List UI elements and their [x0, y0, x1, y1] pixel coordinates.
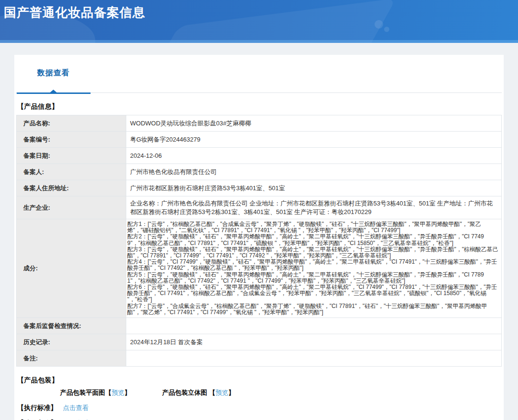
- row-value: 粤G妆网备字2024463279: [126, 132, 502, 148]
- row-label: 备案日期:: [17, 148, 126, 164]
- tab-active-underline: [17, 92, 91, 94]
- formula-line: 配方2：["云母"，"硬脂酸镁"，"硅石"，"聚甲基丙烯酸甲酯"，"高岭土"，"…: [127, 234, 499, 246]
- table-row-filing-date: 备案日期: 2024-12-06: [17, 148, 502, 164]
- row-value: 广州市艳色化妆品有限责任公司: [126, 164, 502, 180]
- table-row-filer-address: 备案人住所地址: 广州市花都区新雅街石塘村庄贤路53号3栋401室、501室: [17, 180, 502, 196]
- table-row-ingredients: 成分: 配方1：["云母"，"棕榈酸乙基己酯"，"合成氟金云母"，"聚异丁烯"，…: [17, 219, 502, 318]
- packaging-section-title: 【产品包装】: [17, 376, 502, 385]
- table-row-filer: 备案人: 广州市艳色化妆品有限责任公司: [17, 164, 502, 180]
- row-value: WODWOD灵动玩妆综合眼影盘03#芝麻椰椰: [126, 115, 502, 132]
- bracket-open: 【: [209, 389, 216, 396]
- row-label: 备案人:: [17, 164, 126, 180]
- formula-line: 配方4：["云母"，"CI 77499"，"硬脂酸镁"，"硅石"，"聚甲基丙烯酸…: [127, 259, 499, 271]
- product-info-section-title: 【产品信息】: [17, 102, 502, 111]
- table-row-history: 历史记录: 2024年12月18日 首次备案: [17, 334, 502, 350]
- row-label: 备案后监督检查情况:: [17, 318, 126, 334]
- page-header: 国产普通化妆品备案信息: [0, 0, 518, 43]
- table-row-producer: 生产企业: 企业名称：广州市艳色化妆品有限责任公司 企业地址：广州市花都区新雅街…: [17, 196, 502, 219]
- header-decoration-dot-icon: [375, 20, 383, 29]
- formula-line: 配方7：["云母"，"合成氟金云母"，"棕榈酸乙基己酯"，"聚异丁烯"，"硬脂酸…: [127, 303, 499, 316]
- table-row-filing-number: 备案编号: 粤G妆网备字2024463279: [17, 132, 502, 148]
- row-value: 广州市花都区新雅街石塘村庄贤路53号3栋401室、501室: [126, 180, 502, 196]
- header-decoration-dot-icon: [384, 27, 389, 32]
- standard-section: 【执行标准】点击查看: [17, 404, 502, 412]
- standard-section-title: 【执行标准】: [17, 404, 57, 411]
- product-info-table: 产品名称: WODWOD灵动玩妆综合眼影盘03#芝麻椰椰 备案编号: 粤G妆网备…: [16, 115, 502, 367]
- formula-line: 配方3：["云母"，"硬脂酸镁"，"硅石"，"聚甲基丙烯酸甲酯"，"高岭土"，"…: [127, 246, 499, 259]
- packaging-flat-label: 产品包装平面图: [60, 389, 105, 396]
- packaging-solid-item: 产品包装立体图 【预览】: [162, 389, 234, 397]
- formula-line: 配方1：["云母"，"棕榈酸乙基己酯"，"合成氟金云母"，"聚异丁烯"，"硬脂酸…: [127, 221, 499, 234]
- tab-data-view[interactable]: 数据查看: [16, 66, 91, 93]
- row-label: 备注:: [17, 350, 126, 367]
- packaging-links-row: 产品包装平面图【预览】 产品包装立体图 【预览】: [16, 389, 502, 397]
- row-label: 备案人住所地址:: [17, 180, 126, 196]
- packaging-flat-item: 产品包装平面图【预览】: [60, 389, 131, 397]
- content-card: 数据查看 【产品信息】 产品名称: WODWOD灵动玩妆综合眼影盘03#芝麻椰椰…: [14, 55, 504, 420]
- tab-data-view-label: 数据查看: [37, 68, 70, 78]
- packaging-solid-preview-link[interactable]: 预览: [215, 389, 228, 396]
- row-value: 企业名称：广州市艳色化妆品有限责任公司 企业地址：广州市花都区新雅街石塘村庄贤路…: [126, 196, 502, 219]
- formula-line: 配方5：["云母"，"硬脂酸镁"，"硅石"，"聚甲基丙烯酸甲酯"，"高岭土"，"…: [127, 272, 499, 284]
- tab-bar: 数据查看: [16, 66, 502, 93]
- packaging-solid-label: 产品包装立体图: [162, 389, 207, 396]
- row-value: 2024-12-06: [126, 148, 502, 164]
- packaging-flat-preview-link[interactable]: 预览: [112, 389, 124, 396]
- standard-view-link[interactable]: 点击查看: [63, 404, 89, 411]
- formula-line: 配方6：["云母"，"硬脂酸镁"，"硅石"，"聚甲基丙烯酸甲酯"，"高岭土"，"…: [127, 284, 499, 303]
- table-row-supervision: 备案后监督检查情况:: [17, 318, 502, 334]
- row-label: 成分:: [17, 219, 126, 318]
- bracket-open: 【: [105, 389, 112, 396]
- page-title: 国产普通化妆品备案信息: [0, 0, 518, 21]
- bracket-close: 】: [124, 389, 131, 396]
- row-label: 备案编号:: [17, 132, 126, 148]
- table-row-product-name: 产品名称: WODWOD灵动玩妆综合眼影盘03#芝麻椰椰: [17, 115, 502, 132]
- bracket-close: 】: [228, 389, 235, 396]
- header-bottom-strip: [0, 40, 518, 43]
- row-value: [126, 350, 502, 367]
- row-label: 生产企业:: [17, 196, 126, 219]
- row-label: 产品名称:: [17, 115, 126, 132]
- row-value-ingredients: 配方1：["云母"，"棕榈酸乙基己酯"，"合成氟金云母"，"聚异丁烯"，"硬脂酸…: [126, 219, 502, 318]
- table-row-remarks: 备注:: [17, 350, 502, 367]
- row-value: [126, 318, 502, 334]
- row-value: 2024年12月18日 首次备案: [126, 334, 502, 350]
- row-label: 历史记录:: [17, 334, 126, 350]
